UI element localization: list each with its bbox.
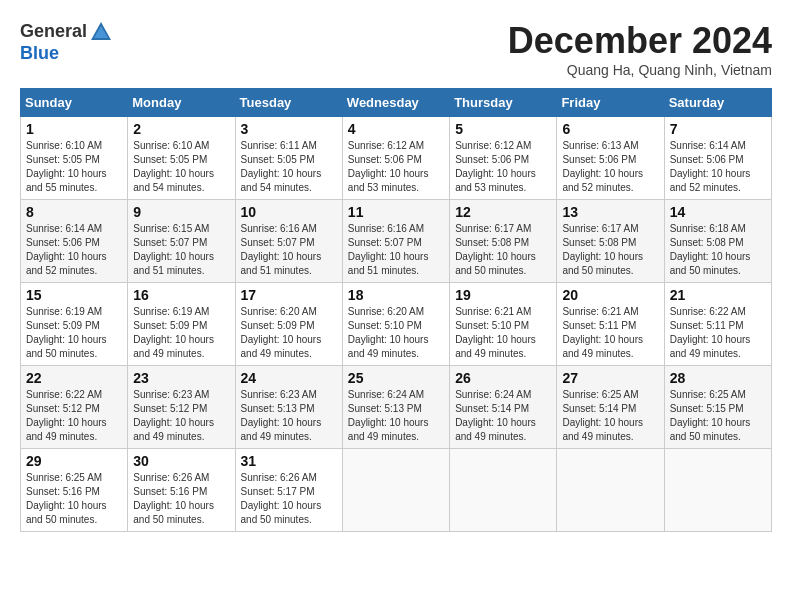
table-row: 5 Sunrise: 6:12 AMSunset: 5:06 PMDayligh… — [450, 117, 557, 200]
table-row: 27 Sunrise: 6:25 AMSunset: 5:14 PMDaylig… — [557, 366, 664, 449]
day-number: 24 — [241, 370, 337, 386]
subtitle: Quang Ha, Quang Ninh, Vietnam — [508, 62, 772, 78]
day-info: Sunrise: 6:25 AMSunset: 5:14 PMDaylight:… — [562, 389, 643, 442]
header-row: Sunday Monday Tuesday Wednesday Thursday… — [21, 89, 772, 117]
day-number: 10 — [241, 204, 337, 220]
day-number: 23 — [133, 370, 229, 386]
day-number: 19 — [455, 287, 551, 303]
col-friday: Friday — [557, 89, 664, 117]
table-row: 29 Sunrise: 6:25 AMSunset: 5:16 PMDaylig… — [21, 449, 128, 532]
day-number: 13 — [562, 204, 658, 220]
day-number: 12 — [455, 204, 551, 220]
day-info: Sunrise: 6:14 AMSunset: 5:06 PMDaylight:… — [670, 140, 751, 193]
table-row: 21 Sunrise: 6:22 AMSunset: 5:11 PMDaylig… — [664, 283, 771, 366]
col-wednesday: Wednesday — [342, 89, 449, 117]
day-info: Sunrise: 6:17 AMSunset: 5:08 PMDaylight:… — [455, 223, 536, 276]
day-number: 27 — [562, 370, 658, 386]
day-number: 18 — [348, 287, 444, 303]
day-info: Sunrise: 6:14 AMSunset: 5:06 PMDaylight:… — [26, 223, 107, 276]
day-number: 5 — [455, 121, 551, 137]
day-info: Sunrise: 6:26 AMSunset: 5:17 PMDaylight:… — [241, 472, 322, 525]
day-number: 1 — [26, 121, 122, 137]
day-info: Sunrise: 6:11 AMSunset: 5:05 PMDaylight:… — [241, 140, 322, 193]
table-row: 4 Sunrise: 6:12 AMSunset: 5:06 PMDayligh… — [342, 117, 449, 200]
day-info: Sunrise: 6:19 AMSunset: 5:09 PMDaylight:… — [26, 306, 107, 359]
logo-general: General — [20, 22, 87, 42]
day-info: Sunrise: 6:12 AMSunset: 5:06 PMDaylight:… — [348, 140, 429, 193]
day-number: 4 — [348, 121, 444, 137]
table-row: 17 Sunrise: 6:20 AMSunset: 5:09 PMDaylig… — [235, 283, 342, 366]
day-number: 11 — [348, 204, 444, 220]
calendar-row: 22 Sunrise: 6:22 AMSunset: 5:12 PMDaylig… — [21, 366, 772, 449]
table-row: 19 Sunrise: 6:21 AMSunset: 5:10 PMDaylig… — [450, 283, 557, 366]
col-thursday: Thursday — [450, 89, 557, 117]
calendar-row: 8 Sunrise: 6:14 AMSunset: 5:06 PMDayligh… — [21, 200, 772, 283]
day-number: 7 — [670, 121, 766, 137]
table-row: 7 Sunrise: 6:14 AMSunset: 5:06 PMDayligh… — [664, 117, 771, 200]
day-info: Sunrise: 6:18 AMSunset: 5:08 PMDaylight:… — [670, 223, 751, 276]
day-number: 21 — [670, 287, 766, 303]
day-number: 29 — [26, 453, 122, 469]
table-row: 31 Sunrise: 6:26 AMSunset: 5:17 PMDaylig… — [235, 449, 342, 532]
day-number: 2 — [133, 121, 229, 137]
table-row: 1 Sunrise: 6:10 AMSunset: 5:05 PMDayligh… — [21, 117, 128, 200]
day-info: Sunrise: 6:15 AMSunset: 5:07 PMDaylight:… — [133, 223, 214, 276]
day-info: Sunrise: 6:10 AMSunset: 5:05 PMDaylight:… — [133, 140, 214, 193]
day-number: 22 — [26, 370, 122, 386]
day-info: Sunrise: 6:16 AMSunset: 5:07 PMDaylight:… — [241, 223, 322, 276]
day-info: Sunrise: 6:24 AMSunset: 5:13 PMDaylight:… — [348, 389, 429, 442]
calendar-row: 1 Sunrise: 6:10 AMSunset: 5:05 PMDayligh… — [21, 117, 772, 200]
table-row: 25 Sunrise: 6:24 AMSunset: 5:13 PMDaylig… — [342, 366, 449, 449]
day-number: 31 — [241, 453, 337, 469]
col-sunday: Sunday — [21, 89, 128, 117]
day-info: Sunrise: 6:24 AMSunset: 5:14 PMDaylight:… — [455, 389, 536, 442]
table-row: 8 Sunrise: 6:14 AMSunset: 5:06 PMDayligh… — [21, 200, 128, 283]
day-number: 3 — [241, 121, 337, 137]
day-number: 25 — [348, 370, 444, 386]
table-row — [664, 449, 771, 532]
day-info: Sunrise: 6:22 AMSunset: 5:11 PMDaylight:… — [670, 306, 751, 359]
day-info: Sunrise: 6:12 AMSunset: 5:06 PMDaylight:… — [455, 140, 536, 193]
day-info: Sunrise: 6:20 AMSunset: 5:10 PMDaylight:… — [348, 306, 429, 359]
calendar-row: 15 Sunrise: 6:19 AMSunset: 5:09 PMDaylig… — [21, 283, 772, 366]
col-monday: Monday — [128, 89, 235, 117]
title-block: December 2024 Quang Ha, Quang Ninh, Viet… — [508, 20, 772, 78]
day-info: Sunrise: 6:22 AMSunset: 5:12 PMDaylight:… — [26, 389, 107, 442]
table-row: 3 Sunrise: 6:11 AMSunset: 5:05 PMDayligh… — [235, 117, 342, 200]
col-tuesday: Tuesday — [235, 89, 342, 117]
logo: General Blue — [20, 20, 113, 64]
day-info: Sunrise: 6:23 AMSunset: 5:12 PMDaylight:… — [133, 389, 214, 442]
col-saturday: Saturday — [664, 89, 771, 117]
day-number: 16 — [133, 287, 229, 303]
logo-icon — [89, 20, 113, 44]
table-row: 9 Sunrise: 6:15 AMSunset: 5:07 PMDayligh… — [128, 200, 235, 283]
day-number: 26 — [455, 370, 551, 386]
table-row: 14 Sunrise: 6:18 AMSunset: 5:08 PMDaylig… — [664, 200, 771, 283]
day-number: 30 — [133, 453, 229, 469]
table-row: 11 Sunrise: 6:16 AMSunset: 5:07 PMDaylig… — [342, 200, 449, 283]
day-info: Sunrise: 6:26 AMSunset: 5:16 PMDaylight:… — [133, 472, 214, 525]
day-number: 9 — [133, 204, 229, 220]
table-row — [450, 449, 557, 532]
table-row — [557, 449, 664, 532]
table-row: 20 Sunrise: 6:21 AMSunset: 5:11 PMDaylig… — [557, 283, 664, 366]
day-info: Sunrise: 6:13 AMSunset: 5:06 PMDaylight:… — [562, 140, 643, 193]
day-number: 6 — [562, 121, 658, 137]
logo-blue: Blue — [20, 44, 113, 64]
table-row: 2 Sunrise: 6:10 AMSunset: 5:05 PMDayligh… — [128, 117, 235, 200]
day-info: Sunrise: 6:21 AMSunset: 5:11 PMDaylight:… — [562, 306, 643, 359]
table-row: 28 Sunrise: 6:25 AMSunset: 5:15 PMDaylig… — [664, 366, 771, 449]
calendar-table: Sunday Monday Tuesday Wednesday Thursday… — [20, 88, 772, 532]
day-info: Sunrise: 6:25 AMSunset: 5:16 PMDaylight:… — [26, 472, 107, 525]
table-row: 10 Sunrise: 6:16 AMSunset: 5:07 PMDaylig… — [235, 200, 342, 283]
day-number: 8 — [26, 204, 122, 220]
day-info: Sunrise: 6:10 AMSunset: 5:05 PMDaylight:… — [26, 140, 107, 193]
day-info: Sunrise: 6:23 AMSunset: 5:13 PMDaylight:… — [241, 389, 322, 442]
day-info: Sunrise: 6:17 AMSunset: 5:08 PMDaylight:… — [562, 223, 643, 276]
day-info: Sunrise: 6:21 AMSunset: 5:10 PMDaylight:… — [455, 306, 536, 359]
table-row: 12 Sunrise: 6:17 AMSunset: 5:08 PMDaylig… — [450, 200, 557, 283]
table-row: 23 Sunrise: 6:23 AMSunset: 5:12 PMDaylig… — [128, 366, 235, 449]
table-row: 26 Sunrise: 6:24 AMSunset: 5:14 PMDaylig… — [450, 366, 557, 449]
table-row: 30 Sunrise: 6:26 AMSunset: 5:16 PMDaylig… — [128, 449, 235, 532]
table-row — [342, 449, 449, 532]
